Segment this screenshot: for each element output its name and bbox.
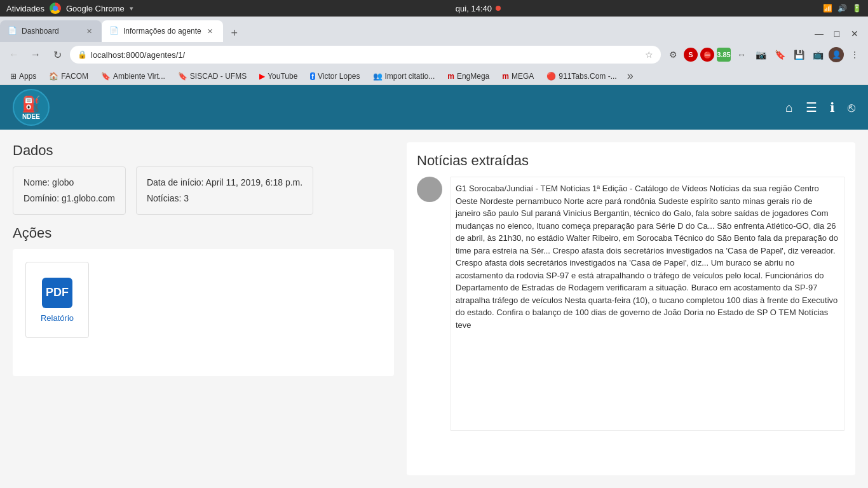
pdf-icon: PDF [42,278,72,308]
app-logo: ⛽ NDEE [13,89,50,126]
account-icon[interactable]: 👤 [829,47,844,62]
sorocaba-icon[interactable]: S [684,48,698,62]
lock-icon: 🔒 [78,50,87,59]
bookmark-import-label: Import citatio... [385,72,435,81]
bookmark-911tabs-label: 911Tabs.Com -... [559,72,616,81]
acoes-section: Ações PDF Relatório [13,225,394,376]
tab-agente[interactable]: 📄 Informações do agente ✕ [102,20,223,42]
bookmarks-bar: ⊞ Apps 🏠 FACOM 🔖 Ambiente Virt... 🔖 SISC… [0,67,868,85]
wifi-icon: 📶 [823,4,832,13]
datetime-label: qui, 14:40 [456,4,492,13]
acoes-container: PDF Relatório [13,249,394,376]
translate-icon[interactable]: ↔ [733,46,750,63]
main-content: Dados Nome: globo Domínio: g1.globo.com … [0,130,868,488]
bookmark-victor-label: Victor Lopes [318,72,360,81]
bookmark-siscad[interactable]: 🔖 SISCAD - UFMS [173,71,252,82]
os-taskbar: Atividades Google Chrome ▾ qui, 14:40 📶 … [0,0,868,17]
bookmark-icon[interactable]: 🔖 [771,46,788,63]
bookmark-youtube-label: YouTube [268,72,297,81]
noticias-title: Notícias extraídas [417,152,845,169]
dados-title: Dados [13,142,394,159]
tab-dashboard[interactable]: 📄 Dashboard ✕ [0,20,102,42]
list-nav-icon[interactable]: ☰ [806,100,817,115]
ambiente-icon: 🔖 [101,72,111,81]
bookmark-apps[interactable]: ⊞ Apps [5,71,41,82]
apps-icon: ⊞ [10,72,17,81]
bookmark-engmega[interactable]: m EngMega [442,71,494,82]
volume-icon: 🔊 [837,4,847,13]
bookmark-mega-label: MEGA [512,72,534,81]
relatorio-button[interactable]: PDF Relatório [25,262,89,338]
notification-dot [496,6,501,11]
info-nav-icon[interactable]: ℹ [830,100,835,115]
left-panel: Dados Nome: globo Domínio: g1.globo.com … [13,142,394,475]
bookmark-facom[interactable]: 🏠 FACOM [44,71,93,82]
tab-favicon-dashboard: 📄 [8,26,18,36]
new-tab-button[interactable]: + [226,24,243,42]
star-icon[interactable]: ☆ [645,50,653,60]
bookmark-apps-label: Apps [19,72,36,81]
news-text[interactable]: G1 Sorocaba/Jundiaí - TEM Notícias 1ª Ed… [450,177,845,431]
app-header: ⛽ NDEE ⌂ ☰ ℹ ⎋ [0,85,868,130]
header-nav: ⌂ ☰ ℹ ⎋ [785,100,855,115]
menu-button[interactable]: ⋮ [846,46,863,63]
dados-card-name: Nome: globo Domínio: g1.globo.com [13,166,126,215]
close-button[interactable]: ✕ [846,25,863,42]
tab-favicon-agente: 📄 [109,26,119,36]
minimize-button[interactable]: — [811,25,827,42]
bookmark-import[interactable]: 👥 Import citatio... [368,71,440,82]
pdf-symbol: PDF [46,286,69,299]
youtube-icon: ▶ [259,72,265,81]
home-nav-icon[interactable]: ⌂ [785,100,793,115]
camera-icon[interactable]: 📷 [752,46,769,63]
puzzle-icon[interactable]: 3.85 [717,48,731,62]
os-bar-right: 📶 🔊 🔋 [823,4,862,13]
chrome-app-name[interactable]: Google Chrome [66,4,125,13]
tab-title-agente: Informações do agente [123,27,201,36]
bookmark-911tabs[interactable]: 🔴 911Tabs.Com -... [541,71,621,82]
toolbar-icons: ⚙ S ⛔ 3.85 ↔ 📷 🔖 💾 📺 👤 ⋮ [665,46,863,63]
tab-close-agente[interactable]: ✕ [205,26,215,36]
cast-icon[interactable]: 📺 [810,46,826,63]
dados-domain-line: Domínio: g1.globo.com [24,191,115,207]
logout-nav-icon[interactable]: ⎋ [848,100,855,115]
news-source-avatar [417,177,442,202]
siscad-icon: 🔖 [178,72,187,81]
dados-name-line: Nome: globo [24,175,115,191]
bookmark-ambiente[interactable]: 🔖 Ambiente Virt... [96,71,170,82]
mega-icon: m [502,72,509,81]
bookmark-ambiente-label: Ambiente Virt... [113,72,165,81]
back-button[interactable]: ← [5,46,23,64]
bookmark-victor[interactable]: f Victor Lopes [305,71,365,82]
bookmark-facom-label: FACOM [61,72,88,81]
toolbar: ← → ↻ 🔒 localhost:8000/agentes/1/ ☆ ⚙ S … [0,42,868,67]
maximize-button[interactable]: □ [829,25,845,42]
os-bar-left: Atividades Google Chrome ▾ [6,3,133,14]
dados-cards: Nome: globo Domínio: g1.globo.com Data d… [13,166,394,215]
bookmark-youtube[interactable]: ▶ YouTube [254,71,302,82]
save-icon[interactable]: 💾 [790,46,807,63]
logo-pump-icon: ⛽ [22,95,41,113]
dados-news-line: Notícias: 3 [147,191,302,207]
adblock-icon[interactable]: ⛔ [700,48,714,62]
logo-text: NDEE [22,113,40,120]
chrome-window: 📄 Dashboard ✕ 📄 Informações do agente ✕ … [0,17,868,488]
dados-section: Dados Nome: globo Domínio: g1.globo.com … [13,142,394,215]
extensions-icon[interactable]: ⚙ [665,46,681,63]
tab-close-dashboard[interactable]: ✕ [84,26,94,36]
forward-button[interactable]: → [27,46,44,64]
battery-icon: 🔋 [852,4,862,13]
bookmarks-more[interactable]: » [625,69,636,83]
acoes-title: Ações [13,225,394,241]
omnibox[interactable]: 🔒 localhost:8000/agentes/1/ ☆ [70,46,661,64]
victor-icon: f [310,72,315,80]
911tabs-icon: 🔴 [546,72,556,81]
bookmark-mega[interactable]: m MEGA [497,71,539,82]
reload-button[interactable]: ↻ [48,46,66,64]
url-display: localhost:8000/agentes/1/ [91,50,641,60]
activities-label[interactable]: Atividades [6,4,44,13]
chevron-down-icon: ▾ [130,4,133,13]
dados-date-line: Data de início: April 11, 2019, 6:18 p.m… [147,175,302,191]
os-bar-center: qui, 14:40 [456,4,501,13]
chrome-os-icon [50,3,61,14]
